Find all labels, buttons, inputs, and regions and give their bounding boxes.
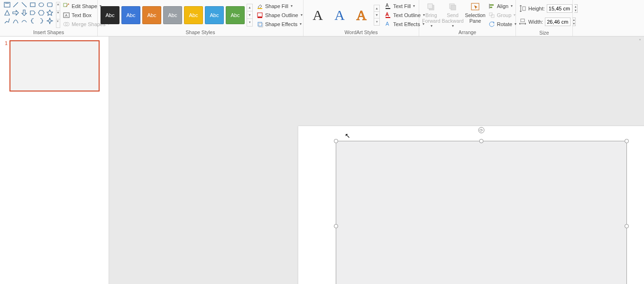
- shape-rect-icon[interactable]: [29, 1, 36, 8]
- caret-icon: ▾: [431, 24, 432, 28]
- shape-fill-icon: [257, 3, 263, 9]
- send-backward-icon: [448, 2, 458, 12]
- style-gallery-spinner[interactable]: ▲▼▾: [247, 4, 253, 27]
- svg-rect-29: [490, 7, 492, 8]
- group-label-insert-shapes: Insert Shapes: [2, 29, 95, 36]
- svg-rect-23: [428, 4, 432, 9]
- shape-pentagon-icon[interactable]: [29, 9, 36, 16]
- caret-icon: ▾: [452, 24, 454, 28]
- shape-outline-icon: [257, 12, 263, 18]
- align-label: Align: [497, 3, 508, 9]
- shape-line2-icon[interactable]: [21, 1, 28, 8]
- group-button: Group ▾: [488, 11, 517, 19]
- wordart-swatch-2[interactable]: A: [330, 5, 349, 25]
- caret-icon: ▾: [511, 4, 513, 8]
- wordart-gallery-spinner[interactable]: ▲▼▾: [374, 5, 380, 26]
- shape-fill-button[interactable]: Shape Fill ▾: [256, 2, 304, 10]
- shape-line-icon[interactable]: [12, 1, 19, 8]
- merge-shapes-icon: [63, 21, 70, 27]
- svg-text:A: A: [386, 3, 389, 8]
- resize-handle-mr[interactable]: [625, 224, 629, 228]
- shape-brace-l-icon[interactable]: [29, 18, 36, 24]
- group-label-size: Size: [518, 29, 570, 37]
- text-box-icon: A: [63, 12, 70, 18]
- style-swatch-2[interactable]: Abc: [121, 6, 140, 24]
- text-fill-icon: A: [385, 3, 391, 9]
- height-spinner[interactable]: ▲▼: [574, 4, 578, 13]
- wordart-gallery[interactable]: A A A ▲▼▾: [305, 1, 383, 29]
- shape-outline-button[interactable]: Shape Outline ▾: [256, 11, 304, 19]
- rotate-button[interactable]: Rotate ▾: [488, 20, 517, 28]
- group-size: Height: ▲▼ Width: ▲▼ Size: [516, 0, 573, 36]
- shape-effects-button[interactable]: Shape Effects ▾: [256, 20, 304, 28]
- height-row: Height: ▲▼: [519, 3, 570, 14]
- shape-style-gallery[interactable]: Abc Abc Abc Abc Abc Abc Abc ▲▼▾: [100, 1, 254, 29]
- width-label: Width:: [528, 19, 543, 25]
- selected-shape[interactable]: ⟳: [336, 141, 627, 284]
- thumbnail-slide-1[interactable]: 1: [5, 40, 104, 92]
- slide-canvas-area[interactable]: ⟳ ↖: [109, 37, 644, 284]
- height-input[interactable]: [547, 4, 572, 13]
- style-swatch-1[interactable]: Abc: [101, 6, 120, 24]
- resize-handle-tr[interactable]: [625, 139, 629, 143]
- width-spinner[interactable]: ▲▼: [572, 18, 576, 26]
- shape-curve-icon[interactable]: [12, 18, 19, 24]
- shape-triangle-icon[interactable]: [4, 9, 10, 16]
- width-input[interactable]: [545, 18, 570, 26]
- thumbnail-pane[interactable]: 1: [0, 37, 109, 284]
- shape-arc-icon[interactable]: [21, 18, 28, 24]
- align-icon: [488, 3, 495, 9]
- svg-rect-33: [521, 19, 524, 22]
- group-wordart-styles: A A A ▲▼▾ A Text Fill ▾ A Text Outline ▾…: [304, 0, 419, 36]
- shape-connector-icon[interactable]: [4, 18, 10, 24]
- caret-icon: ▾: [301, 13, 303, 17]
- wordart-swatch-1[interactable]: A: [308, 5, 327, 25]
- shape-oval-icon[interactable]: [38, 1, 45, 8]
- style-swatch-7[interactable]: Abc: [226, 6, 245, 24]
- shape-roundrect-icon[interactable]: [46, 1, 53, 8]
- resize-handle-ml[interactable]: [334, 224, 338, 228]
- shape-arrow-r-icon[interactable]: [12, 9, 19, 16]
- svg-rect-14: [258, 17, 262, 18]
- text-fill-label: Text Fill: [393, 3, 411, 9]
- width-icon: [519, 18, 526, 26]
- shapes-gallery[interactable]: [2, 1, 55, 29]
- bring-forward-icon: [426, 2, 436, 12]
- text-effects-icon: A: [385, 21, 391, 27]
- rotate-label: Rotate: [497, 21, 512, 27]
- svg-text:A: A: [65, 13, 68, 18]
- align-button[interactable]: Align ▾: [488, 2, 517, 10]
- style-swatch-6[interactable]: Abc: [205, 6, 224, 24]
- style-swatch-4[interactable]: Abc: [163, 6, 182, 24]
- send-backward-label: Send Backward: [442, 13, 463, 24]
- shape-star-icon[interactable]: [46, 9, 53, 16]
- svg-rect-16: [259, 23, 263, 27]
- svg-rect-20: [386, 17, 390, 18]
- svg-rect-13: [258, 13, 262, 17]
- svg-text:A: A: [386, 21, 389, 27]
- group-icon: [488, 12, 495, 18]
- text-box-label: Text Box: [72, 12, 92, 18]
- resize-handle-tl[interactable]: [334, 139, 338, 143]
- shape-star4-icon[interactable]: [46, 18, 53, 24]
- selection-pane-icon: [470, 2, 480, 12]
- thumbnail-preview[interactable]: [9, 40, 100, 92]
- group-btn-label: Group: [497, 12, 512, 18]
- group-arrange: Bring Forward ▾ Send Backward ▾ Selectio…: [419, 0, 516, 36]
- resize-handle-tm[interactable]: [479, 139, 484, 143]
- thumbnail-number: 1: [5, 40, 8, 46]
- wordart-swatch-3[interactable]: A: [352, 5, 371, 25]
- selection-pane-button[interactable]: Selection Pane: [464, 1, 487, 29]
- style-swatch-5[interactable]: Abc: [184, 6, 203, 24]
- svg-rect-28: [490, 4, 494, 6]
- shape-brace-r-icon[interactable]: [38, 18, 45, 24]
- style-swatch-3[interactable]: Abc: [142, 6, 161, 24]
- rotation-handle[interactable]: ⟳: [478, 127, 485, 133]
- svg-rect-31: [491, 15, 494, 18]
- group-insert-shapes: ▲ ▼ ▾ Edit Shape ▾ A Text Box Merge Shap…: [0, 0, 98, 36]
- shape-arrow-d-icon[interactable]: [21, 9, 28, 16]
- shape-hexagon-icon[interactable]: [38, 9, 45, 16]
- shape-textbox-icon[interactable]: [4, 1, 10, 8]
- shapes-gallery-spinner[interactable]: ▲ ▼ ▾: [56, 2, 60, 28]
- height-icon: [519, 5, 526, 12]
